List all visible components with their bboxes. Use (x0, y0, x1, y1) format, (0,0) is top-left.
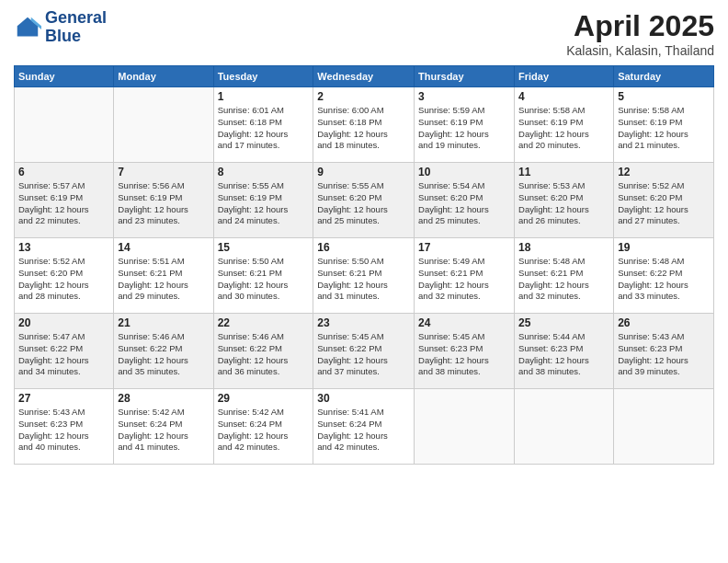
logo-line2: Blue (45, 28, 107, 46)
day-number: 4 (518, 90, 609, 103)
day-header-tuesday: Tuesday (213, 66, 313, 87)
day-info: Sunrise: 5:52 AM Sunset: 6:20 PM Dayligh… (618, 180, 710, 227)
day-info: Sunrise: 5:55 AM Sunset: 6:20 PM Dayligh… (317, 180, 410, 227)
calendar-cell: 14Sunrise: 5:51 AM Sunset: 6:21 PM Dayli… (114, 238, 213, 314)
day-info: Sunrise: 5:49 AM Sunset: 6:21 PM Dayligh… (418, 256, 510, 303)
day-info: Sunrise: 6:00 AM Sunset: 6:18 PM Dayligh… (317, 105, 410, 152)
calendar-cell: 26Sunrise: 5:43 AM Sunset: 6:23 PM Dayli… (614, 314, 714, 389)
day-info: Sunrise: 5:43 AM Sunset: 6:23 PM Dayligh… (618, 331, 710, 378)
calendar-cell: 5Sunrise: 5:58 AM Sunset: 6:19 PM Daylig… (614, 87, 714, 163)
day-number: 5 (618, 90, 710, 103)
day-number: 6 (18, 166, 109, 178)
day-info: Sunrise: 5:47 AM Sunset: 6:22 PM Dayligh… (18, 331, 109, 378)
day-info: Sunrise: 5:46 AM Sunset: 6:22 PM Dayligh… (118, 331, 209, 378)
day-number: 27 (18, 392, 109, 405)
calendar-cell: 10Sunrise: 5:54 AM Sunset: 6:20 PM Dayli… (415, 163, 515, 238)
day-info: Sunrise: 5:41 AM Sunset: 6:24 PM Dayligh… (317, 407, 410, 454)
calendar-cell: 28Sunrise: 5:42 AM Sunset: 6:24 PM Dayli… (114, 389, 213, 465)
day-info: Sunrise: 5:46 AM Sunset: 6:22 PM Dayligh… (218, 331, 310, 378)
calendar-cell: 9Sunrise: 5:55 AM Sunset: 6:20 PM Daylig… (313, 163, 415, 238)
calendar-cell: 24Sunrise: 5:45 AM Sunset: 6:23 PM Dayli… (415, 314, 515, 389)
day-number: 21 (118, 316, 209, 329)
day-info: Sunrise: 5:55 AM Sunset: 6:19 PM Dayligh… (218, 180, 310, 227)
calendar-cell: 2Sunrise: 6:00 AM Sunset: 6:18 PM Daylig… (313, 87, 415, 163)
day-number: 13 (18, 241, 109, 254)
day-info: Sunrise: 5:45 AM Sunset: 6:23 PM Dayligh… (418, 331, 510, 378)
day-info: Sunrise: 6:01 AM Sunset: 6:18 PM Dayligh… (218, 105, 310, 152)
calendar-cell: 6Sunrise: 5:57 AM Sunset: 6:19 PM Daylig… (15, 163, 114, 238)
day-info: Sunrise: 5:50 AM Sunset: 6:21 PM Dayligh… (317, 256, 410, 303)
week-row-5: 27Sunrise: 5:43 AM Sunset: 6:23 PM Dayli… (15, 389, 714, 465)
day-number: 10 (418, 166, 510, 178)
day-number: 19 (618, 241, 710, 254)
calendar-cell: 16Sunrise: 5:50 AM Sunset: 6:21 PM Dayli… (313, 238, 415, 314)
calendar-cell: 29Sunrise: 5:42 AM Sunset: 6:24 PM Dayli… (213, 389, 313, 465)
day-number: 11 (518, 166, 609, 178)
day-info: Sunrise: 5:58 AM Sunset: 6:19 PM Dayligh… (518, 105, 609, 152)
day-info: Sunrise: 5:43 AM Sunset: 6:23 PM Dayligh… (18, 407, 109, 454)
day-number: 23 (317, 316, 410, 329)
day-number: 17 (418, 241, 510, 254)
day-number: 29 (218, 392, 310, 405)
logo: General Blue (14, 9, 107, 46)
calendar-cell: 12Sunrise: 5:52 AM Sunset: 6:20 PM Dayli… (614, 163, 714, 238)
calendar-cell: 25Sunrise: 5:44 AM Sunset: 6:23 PM Dayli… (515, 314, 614, 389)
day-header-monday: Monday (114, 66, 213, 87)
calendar-cell: 30Sunrise: 5:41 AM Sunset: 6:24 PM Dayli… (313, 389, 415, 465)
calendar-cell: 13Sunrise: 5:52 AM Sunset: 6:20 PM Dayli… (15, 238, 114, 314)
title-block: April 2025 Kalasin, Kalasin, Thailand (566, 9, 714, 58)
day-number: 15 (218, 241, 310, 254)
day-info: Sunrise: 5:54 AM Sunset: 6:20 PM Dayligh… (418, 180, 510, 227)
day-number: 16 (317, 241, 410, 254)
week-row-1: 1Sunrise: 6:01 AM Sunset: 6:18 PM Daylig… (15, 87, 714, 163)
calendar-cell: 1Sunrise: 6:01 AM Sunset: 6:18 PM Daylig… (213, 87, 313, 163)
day-header-thursday: Thursday (415, 66, 515, 87)
day-number: 8 (218, 166, 310, 178)
location-subtitle: Kalasin, Kalasin, Thailand (566, 43, 714, 58)
week-row-4: 20Sunrise: 5:47 AM Sunset: 6:22 PM Dayli… (15, 314, 714, 389)
day-number: 18 (518, 241, 609, 254)
day-number: 20 (18, 316, 109, 329)
calendar-cell: 4Sunrise: 5:58 AM Sunset: 6:19 PM Daylig… (515, 87, 614, 163)
calendar-cell (415, 389, 515, 465)
week-row-2: 6Sunrise: 5:57 AM Sunset: 6:19 PM Daylig… (15, 163, 714, 238)
day-number: 9 (317, 166, 410, 178)
day-number: 24 (418, 316, 510, 329)
day-number: 1 (218, 90, 310, 103)
day-info: Sunrise: 5:59 AM Sunset: 6:19 PM Dayligh… (418, 105, 510, 152)
day-info: Sunrise: 5:42 AM Sunset: 6:24 PM Dayligh… (218, 407, 310, 454)
day-number: 2 (317, 90, 410, 103)
calendar-cell: 18Sunrise: 5:48 AM Sunset: 6:21 PM Dayli… (515, 238, 614, 314)
day-info: Sunrise: 5:48 AM Sunset: 6:21 PM Dayligh… (518, 256, 609, 303)
calendar-cell: 8Sunrise: 5:55 AM Sunset: 6:19 PM Daylig… (213, 163, 313, 238)
day-number: 30 (317, 392, 410, 405)
day-info: Sunrise: 5:45 AM Sunset: 6:22 PM Dayligh… (317, 331, 410, 378)
calendar-cell (614, 389, 714, 465)
calendar-cell (515, 389, 614, 465)
calendar-cell: 27Sunrise: 5:43 AM Sunset: 6:23 PM Dayli… (15, 389, 114, 465)
day-number: 12 (618, 166, 710, 178)
day-header-sunday: Sunday (15, 66, 114, 87)
calendar-cell: 15Sunrise: 5:50 AM Sunset: 6:21 PM Dayli… (213, 238, 313, 314)
day-number: 22 (218, 316, 310, 329)
day-header-friday: Friday (515, 66, 614, 87)
calendar-cell: 7Sunrise: 5:56 AM Sunset: 6:19 PM Daylig… (114, 163, 213, 238)
day-number: 25 (518, 316, 609, 329)
day-info: Sunrise: 5:50 AM Sunset: 6:21 PM Dayligh… (218, 256, 310, 303)
calendar-cell: 21Sunrise: 5:46 AM Sunset: 6:22 PM Dayli… (114, 314, 213, 389)
calendar-cell (114, 87, 213, 163)
calendar-cell: 23Sunrise: 5:45 AM Sunset: 6:22 PM Dayli… (313, 314, 415, 389)
calendar-cell (15, 87, 114, 163)
day-number: 14 (118, 241, 209, 254)
logo-line1: General (45, 9, 107, 28)
day-info: Sunrise: 5:56 AM Sunset: 6:19 PM Dayligh… (118, 180, 209, 227)
week-row-3: 13Sunrise: 5:52 AM Sunset: 6:20 PM Dayli… (15, 238, 714, 314)
logo-icon (14, 14, 41, 41)
page: General Blue April 2025 Kalasin, Kalasin… (0, 0, 728, 563)
calendar-cell: 19Sunrise: 5:48 AM Sunset: 6:22 PM Dayli… (614, 238, 714, 314)
calendar-cell: 3Sunrise: 5:59 AM Sunset: 6:19 PM Daylig… (415, 87, 515, 163)
calendar-cell: 17Sunrise: 5:49 AM Sunset: 6:21 PM Dayli… (415, 238, 515, 314)
day-number: 26 (618, 316, 710, 329)
day-info: Sunrise: 5:42 AM Sunset: 6:24 PM Dayligh… (118, 407, 209, 454)
calendar-cell: 20Sunrise: 5:47 AM Sunset: 6:22 PM Dayli… (15, 314, 114, 389)
